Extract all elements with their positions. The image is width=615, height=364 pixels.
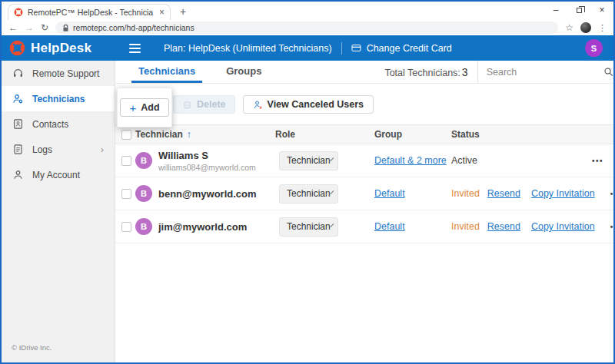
sidebar-item-contacts[interactable]: Contacts bbox=[2, 111, 115, 137]
status-badge: Active bbox=[451, 155, 477, 166]
technician-email: williams084@myworld.com bbox=[158, 163, 256, 172]
back-icon[interactable]: ← bbox=[8, 23, 18, 32]
row-menu-icon[interactable]: ••• bbox=[610, 223, 613, 231]
person-x-icon bbox=[253, 100, 263, 110]
select-all-checkbox[interactable] bbox=[121, 130, 131, 140]
browser-tab[interactable]: RemotePC™ HelpDesk - Technicia × bbox=[8, 4, 171, 20]
avatar: B bbox=[135, 218, 152, 235]
sidebar-item-remote-support[interactable]: Remote Support bbox=[2, 61, 115, 86]
column-header-status: Status bbox=[451, 129, 480, 140]
total-technicians: Total Technicians:3 bbox=[384, 66, 467, 78]
forward-icon: → bbox=[25, 23, 34, 32]
table-row: B Williams S williams084@myworld.com Tec… bbox=[115, 144, 613, 177]
add-button[interactable]: + Add bbox=[120, 98, 168, 117]
delete-button-label: Delete bbox=[197, 99, 226, 110]
app-header: HelpDesk Plan: HelpDesk (Unlimited Techn… bbox=[2, 35, 613, 61]
view-canceled-users-button[interactable]: View Canceled Users bbox=[243, 95, 374, 114]
tab-label: Technicians bbox=[138, 65, 195, 77]
plus-icon: + bbox=[129, 102, 136, 114]
search-input[interactable] bbox=[487, 67, 599, 78]
add-button-spotlight: + Add bbox=[117, 88, 172, 127]
search-icon[interactable] bbox=[603, 67, 613, 77]
technician-icon bbox=[12, 93, 24, 104]
table-header: Technician ↑ Role Group Status bbox=[115, 124, 613, 144]
minimize-icon[interactable]: – bbox=[544, 2, 567, 18]
column-header-technician[interactable]: Technician bbox=[135, 129, 183, 140]
row-checkbox[interactable] bbox=[121, 156, 131, 166]
plan-label: Plan: HelpDesk (Unlimited Technicians) bbox=[164, 43, 332, 54]
column-header-group: Group bbox=[374, 129, 402, 140]
group-link[interactable]: Default bbox=[374, 221, 405, 232]
tab-close-icon[interactable]: × bbox=[159, 8, 165, 17]
helpdesk-logo-icon bbox=[9, 40, 25, 56]
delete-button: Delete bbox=[173, 95, 235, 114]
status-badge: Invited bbox=[451, 221, 480, 232]
chevron-down-icon bbox=[330, 223, 334, 227]
browser-url-bar: ← → ↻ remotepc.com/hd-app/technicians ☆ … bbox=[2, 20, 613, 35]
trash-icon bbox=[182, 100, 192, 110]
group-link[interactable]: Default & 2 more bbox=[374, 155, 447, 166]
total-label: Total Technicians: bbox=[384, 68, 460, 78]
logo-text: HelpDesk bbox=[31, 41, 91, 56]
technician-name: jim@myworld.com bbox=[158, 221, 247, 233]
row-checkbox[interactable] bbox=[121, 222, 131, 232]
tab-title: RemotePC™ HelpDesk - Technicia bbox=[28, 8, 155, 17]
tab-groups[interactable]: Groups bbox=[219, 61, 268, 83]
sidebar-item-technicians[interactable]: Technicians bbox=[2, 86, 115, 111]
role-dropdown[interactable]: Technician bbox=[279, 217, 338, 237]
role-dropdown[interactable]: Technician bbox=[279, 184, 338, 204]
restore-icon[interactable] bbox=[567, 2, 590, 18]
headset-icon bbox=[12, 68, 24, 79]
browser-profile-avatar[interactable] bbox=[580, 22, 591, 33]
refresh-icon[interactable]: ↻ bbox=[41, 23, 48, 32]
bookmark-star-icon[interactable]: ☆ bbox=[565, 22, 573, 33]
sort-asc-icon[interactable]: ↑ bbox=[187, 129, 191, 140]
copyright-footer: © IDrive Inc. bbox=[2, 336, 115, 362]
remotepc-favicon bbox=[14, 8, 23, 17]
browser-menu-icon[interactable]: ⋮ bbox=[598, 23, 607, 33]
logs-icon bbox=[12, 144, 24, 155]
total-count: 3 bbox=[462, 66, 468, 78]
row-menu-icon[interactable]: ••• bbox=[610, 190, 613, 198]
role-value: Technician bbox=[287, 188, 331, 199]
tab-technicians[interactable]: Technicians bbox=[131, 61, 202, 83]
hamburger-menu-icon[interactable] bbox=[129, 44, 141, 53]
column-header-role: Role bbox=[275, 129, 295, 140]
helpdesk-logo: HelpDesk bbox=[9, 40, 115, 56]
avatar: B bbox=[135, 152, 152, 169]
technician-name: Williams S bbox=[158, 150, 256, 161]
change-credit-card-label: Change Credit Card bbox=[367, 43, 452, 54]
sidebar-item-logs[interactable]: Logs › bbox=[2, 137, 115, 162]
row-menu-icon[interactable]: ••• bbox=[592, 157, 603, 165]
group-link[interactable]: Default bbox=[374, 188, 405, 199]
sidebar-item-label: Remote Support bbox=[32, 68, 99, 79]
browser-tab-strip: RemotePC™ HelpDesk - Technicia × + – × bbox=[2, 2, 613, 20]
copy-invitation-link[interactable]: Copy Invitation bbox=[531, 221, 595, 232]
technician-name: benn@myworld.com bbox=[158, 188, 257, 200]
add-button-label: Add bbox=[141, 102, 159, 113]
copy-invitation-link[interactable]: Copy Invitation bbox=[531, 188, 595, 199]
row-checkbox[interactable] bbox=[121, 189, 131, 199]
view-canceled-users-label: View Canceled Users bbox=[268, 99, 364, 110]
row-actions: ResendCopy Invitation bbox=[487, 221, 595, 232]
header-divider bbox=[341, 42, 342, 55]
address-bar[interactable]: remotepc.com/hd-app/technicians bbox=[55, 22, 558, 34]
resend-link[interactable]: Resend bbox=[487, 221, 520, 232]
section-tabs: Technicians Groups Total Technicians:3 bbox=[115, 61, 613, 84]
role-dropdown[interactable]: Technician bbox=[279, 151, 338, 170]
change-credit-card-button[interactable]: Change Credit Card bbox=[351, 43, 452, 54]
main-content: Technicians Groups Total Technicians:3 bbox=[115, 61, 613, 362]
row-actions: ResendCopy Invitation bbox=[487, 188, 595, 199]
status-badge: Invited bbox=[451, 188, 480, 199]
resend-link[interactable]: Resend bbox=[487, 188, 520, 199]
toolbar: + Add Delete bbox=[115, 84, 613, 124]
new-tab-button[interactable]: + bbox=[180, 6, 186, 17]
avatar: B bbox=[135, 185, 152, 202]
sidebar-item-my-account[interactable]: My Account bbox=[2, 162, 115, 187]
credit-card-icon bbox=[351, 43, 361, 53]
sidebar-item-label: My Account bbox=[32, 170, 80, 180]
chevron-down-icon bbox=[330, 190, 334, 194]
close-icon[interactable]: × bbox=[590, 2, 613, 18]
user-avatar[interactable]: S bbox=[585, 39, 603, 57]
window-controls: – × bbox=[544, 2, 613, 18]
